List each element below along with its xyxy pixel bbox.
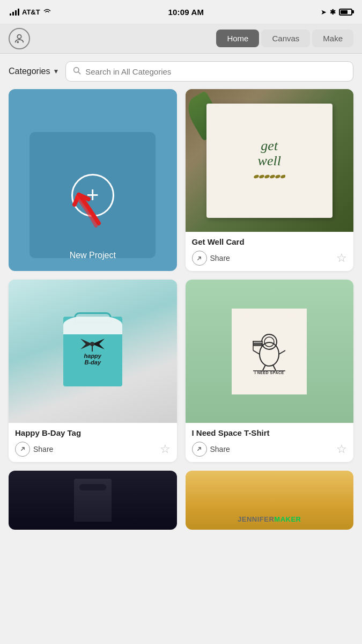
nav-tabs: Home Canvas Make xyxy=(216,30,353,47)
svg-point-0 xyxy=(17,34,21,38)
svg-point-6 xyxy=(264,174,270,179)
battery-icon xyxy=(339,9,352,16)
svg-line-21 xyxy=(273,365,276,370)
get-well-star-button[interactable]: ☆ xyxy=(336,251,347,265)
svg-point-8 xyxy=(275,174,281,179)
get-well-card-title: Get Well Card xyxy=(192,237,348,246)
time-display: 10:09 AM xyxy=(168,8,204,17)
tab-home[interactable]: Home xyxy=(216,30,259,47)
top-nav: Home Canvas Make xyxy=(0,24,362,54)
get-well-share-button[interactable]: Share xyxy=(192,251,230,266)
share-circle-icon-2 xyxy=(15,442,30,457)
happy-bday-card-actions: Share ☆ xyxy=(15,442,171,457)
happy-bday-card-footer: Happy B-Day Tag Share ☆ xyxy=(9,423,177,462)
get-well-card-footer: Get Well Card Share ☆ xyxy=(186,232,354,271)
tab-canvas[interactable]: Canvas xyxy=(261,30,310,47)
svg-rect-18 xyxy=(253,341,263,346)
status-right: ➤ ✱ xyxy=(321,8,352,16)
svg-point-5 xyxy=(259,174,265,179)
happy-bday-card-title: Happy B-Day Tag xyxy=(15,428,171,437)
happy-bday-share-button[interactable]: Share xyxy=(15,442,53,457)
status-bar: AT&T 10:09 AM ➤ ✱ xyxy=(0,0,362,24)
jennifer-maker-brand: JENNIFERMAKER xyxy=(238,515,301,523)
search-input[interactable] xyxy=(85,67,346,76)
partial-cards-row: JENNIFERMAKER xyxy=(0,471,362,538)
new-project-label: New Project xyxy=(70,251,116,260)
status-left: AT&T xyxy=(10,8,51,16)
signal-bar-4 xyxy=(18,9,19,16)
tab-make[interactable]: Make xyxy=(312,30,353,47)
partial-card-right[interactable]: JENNIFERMAKER xyxy=(186,471,354,530)
svg-point-4 xyxy=(254,174,260,179)
space-shirt-card: I NEED SPACE I Need Space T-Shirt Share … xyxy=(186,280,354,462)
svg-point-1 xyxy=(17,41,19,43)
maker-text: MAKER xyxy=(274,515,301,523)
happy-bday-share-label: Share xyxy=(33,445,53,453)
svg-point-9 xyxy=(280,174,286,179)
bluetooth-icon: ✱ xyxy=(330,8,336,16)
plus-circle-icon: + xyxy=(71,174,114,217)
categories-label: Categories xyxy=(9,67,50,76)
chevron-down-icon: ▼ xyxy=(53,68,59,75)
profile-icon[interactable] xyxy=(9,28,30,49)
get-well-card-image: getwell xyxy=(186,89,354,232)
search-input-wrap[interactable] xyxy=(65,61,353,82)
signal-bars xyxy=(10,8,19,16)
space-shirt-card-actions: Share ☆ xyxy=(192,442,348,457)
main-grid: + New Project xyxy=(0,89,362,471)
get-well-card-actions: Share ☆ xyxy=(192,251,348,266)
wifi-icon xyxy=(43,8,51,16)
battery-fill xyxy=(341,10,348,14)
new-project-card[interactable]: + New Project xyxy=(9,89,177,271)
signal-bar-3 xyxy=(15,10,17,16)
space-shirt-share-label: Share xyxy=(210,445,230,453)
signal-bar-2 xyxy=(12,12,14,16)
svg-line-20 xyxy=(263,365,265,370)
happy-bday-star-button[interactable]: ☆ xyxy=(160,442,171,456)
svg-point-7 xyxy=(270,174,276,179)
get-well-card: getwell xyxy=(186,89,354,271)
new-project-inner: + xyxy=(29,132,156,258)
search-area: Categories ▼ xyxy=(0,54,362,89)
happy-bday-card-image: happy B-day xyxy=(9,280,177,422)
share-circle-icon xyxy=(192,251,207,266)
get-well-card-inner: getwell xyxy=(206,104,333,218)
partial-card-left[interactable] xyxy=(9,471,177,530)
svg-line-15 xyxy=(253,350,260,354)
happy-bday-card: happy B-day Happy B-Day Tag xyxy=(9,280,177,462)
svg-line-3 xyxy=(78,72,80,74)
search-icon xyxy=(72,66,81,77)
categories-button[interactable]: Categories ▼ xyxy=(9,67,59,76)
space-shirt-star-button[interactable]: ☆ xyxy=(336,442,347,456)
carrier-label: AT&T xyxy=(22,8,40,16)
space-shirt-card-title: I Need Space T-Shirt xyxy=(192,428,348,437)
share-circle-icon-3 xyxy=(192,442,207,457)
signal-bar-1 xyxy=(10,13,11,16)
location-icon: ➤ xyxy=(321,8,327,16)
svg-line-16 xyxy=(279,350,285,354)
get-well-card-text: getwell xyxy=(253,138,285,183)
jennifer-text: JENNIFER xyxy=(238,515,274,523)
get-well-share-label: Share xyxy=(210,254,230,262)
space-shirt-share-button[interactable]: Share xyxy=(192,442,230,457)
space-shirt-card-image: I NEED SPACE xyxy=(186,280,354,422)
space-shirt-card-footer: I Need Space T-Shirt Share ☆ xyxy=(186,423,354,462)
